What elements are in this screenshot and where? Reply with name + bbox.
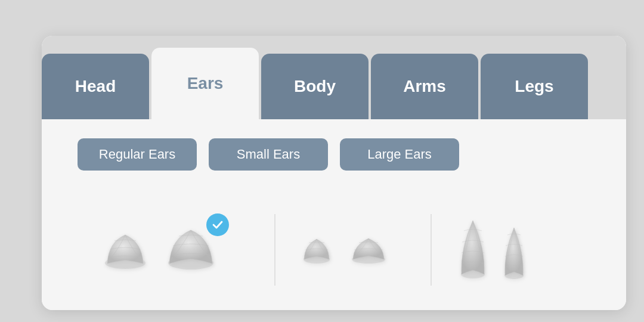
large-ear-shape-2[interactable] [501, 222, 527, 284]
tab-arms[interactable]: Arms [371, 54, 478, 119]
tab-head-label: Head [75, 77, 116, 96]
tab-ears[interactable]: Ears [151, 48, 259, 119]
divider-1 [274, 214, 275, 286]
tab-body-label: Body [294, 77, 336, 96]
shapes-row [42, 190, 626, 310]
large-ear-shape-1[interactable] [456, 216, 490, 284]
tab-legs-label: Legs [515, 77, 553, 96]
tab-ears-label: Ears [187, 74, 224, 93]
regular-ears-button[interactable]: Regular Ears [78, 138, 197, 171]
tabs-row: Head Ears Body Arms Legs [42, 36, 626, 119]
large-ears-button[interactable]: Large Ears [340, 138, 459, 171]
tab-body[interactable]: Body [261, 54, 369, 119]
small-ear-shape-1[interactable] [299, 234, 334, 267]
regular-ears-label: Regular Ears [99, 147, 175, 162]
large-ears-label: Large Ears [367, 147, 432, 162]
small-ears-section [281, 233, 425, 267]
ear-options-row: Regular Ears Small Ears Large Ears [42, 138, 626, 171]
small-ears-label: Small Ears [237, 147, 300, 162]
regular-ear-shape-2-selected[interactable] [163, 224, 218, 275]
small-ears-button[interactable]: Small Ears [209, 138, 328, 171]
regular-ears-section [66, 224, 268, 275]
selected-checkmark [206, 213, 229, 236]
tab-head[interactable]: Head [42, 54, 149, 119]
tab-arms-label: Arms [403, 77, 446, 96]
main-container: Head Ears Body Arms Legs Regular Ears Sm… [42, 36, 626, 310]
small-ear-shape-2[interactable] [348, 233, 389, 267]
large-ears-section [438, 216, 569, 284]
divider-2 [431, 214, 432, 286]
regular-ear-shape-1[interactable] [101, 230, 149, 275]
content-area: Regular Ears Small Ears Large Ears [42, 119, 626, 310]
tab-legs[interactable]: Legs [481, 54, 588, 119]
